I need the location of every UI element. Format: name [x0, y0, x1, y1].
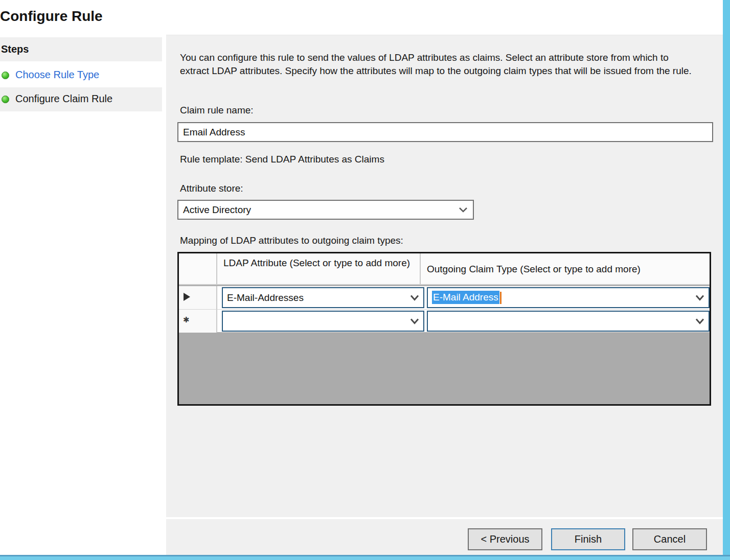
grid-header-outgoing-claim-type: Outgoing Claim Type (Select or type to a…	[421, 253, 710, 284]
grid-empty-area	[179, 333, 710, 404]
step-label: Choose Rule Type	[15, 69, 99, 81]
chevron-down-icon	[695, 294, 704, 301]
rule-description-text: You can configure this rule to send the …	[180, 51, 699, 78]
ldap-attribute-value: E-Mail-Addresses	[227, 292, 304, 304]
step-label: Configure Claim Rule	[15, 93, 112, 105]
green-dot-icon	[2, 72, 9, 79]
grid-row-1: E-Mail-Addresses E-Mail Address	[179, 286, 710, 309]
current-row-icon	[184, 293, 190, 301]
sidebar-item-configure-claim-rule[interactable]: Configure Claim Rule	[0, 87, 162, 111]
chevron-down-icon	[695, 318, 704, 324]
ldap-attribute-select-row2[interactable]	[222, 311, 424, 332]
selected-text: E-Mail Address	[432, 291, 499, 304]
rule-template-text: Rule template: Send LDAP Attributes as C…	[180, 154, 384, 165]
ldap-mapping-grid: LDAP Attribute (Select or type to add mo…	[177, 252, 711, 406]
page-title: Configure Rule	[0, 8, 103, 25]
grid-header-row: LDAP Attribute (Select or type to add mo…	[179, 253, 710, 285]
sidebar-item-choose-rule-type[interactable]: Choose Rule Type	[0, 63, 162, 87]
grid-header-marker	[179, 253, 217, 284]
steps-panel-header: Steps	[0, 37, 162, 61]
steps-header-label: Steps	[1, 43, 29, 55]
new-row-icon: ✱	[183, 315, 190, 324]
outgoing-claim-type-select-row1[interactable]: E-Mail Address	[427, 287, 710, 308]
green-dot-icon	[2, 96, 9, 103]
outgoing-claim-type-select-row2[interactable]	[427, 311, 710, 332]
window-edge-right	[723, 0, 730, 560]
attribute-store-value: Active Directory	[183, 204, 251, 216]
row-selector-cell[interactable]: ✱	[179, 310, 217, 333]
chevron-down-icon	[410, 294, 419, 301]
previous-button[interactable]: < Previous	[468, 528, 542, 550]
claim-rule-name-label: Claim rule name:	[180, 105, 254, 116]
attribute-store-select[interactable]: Active Directory	[177, 200, 474, 220]
ldap-attribute-select-row1[interactable]: E-Mail-Addresses	[222, 287, 424, 308]
claim-rule-name-input[interactable]	[177, 122, 713, 142]
title-bar: Configure Rule	[0, 0, 723, 35]
configure-rule-wizard: Configure Rule Steps Choose Rule Type Co…	[0, 0, 730, 560]
window-edge-bottom	[0, 555, 730, 560]
finish-button[interactable]: Finish	[551, 528, 625, 550]
footer-divider	[166, 517, 723, 519]
row-selector-cell[interactable]	[179, 286, 217, 309]
grid-header-ldap-attribute: LDAP Attribute (Select or type to add mo…	[217, 253, 421, 284]
mapping-label: Mapping of LDAP attributes to outgoing c…	[180, 235, 403, 246]
text-caret	[500, 292, 501, 304]
attribute-store-label: Attribute store:	[180, 183, 243, 194]
grid-row-new: ✱	[179, 309, 710, 332]
chevron-down-icon	[410, 318, 419, 324]
outgoing-claim-type-value: E-Mail Address	[432, 292, 501, 304]
cancel-button[interactable]: Cancel	[632, 528, 707, 550]
chevron-down-icon	[459, 207, 468, 213]
